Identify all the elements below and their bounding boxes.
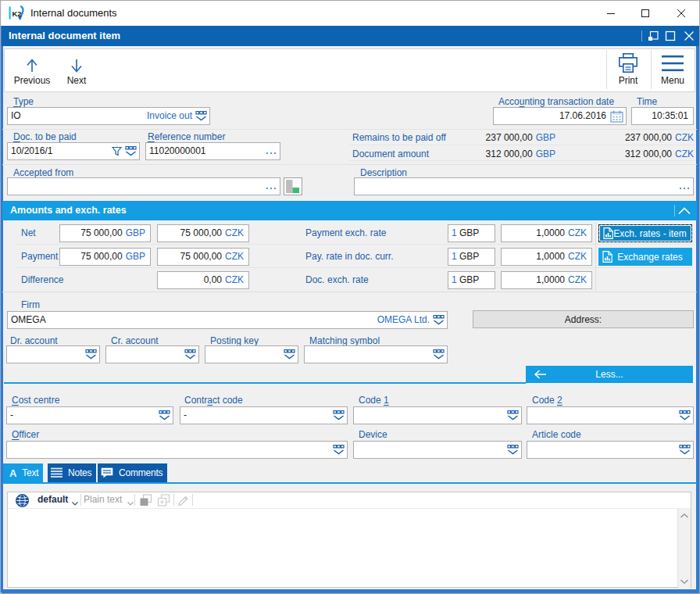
time-field[interactable]: 10:35:01 bbox=[631, 107, 694, 125]
officer-field[interactable] bbox=[6, 441, 348, 459]
matching-symbol-field[interactable] bbox=[304, 345, 448, 363]
reference-number-field[interactable]: 11020000001 bbox=[145, 142, 280, 160]
article-code-field[interactable] bbox=[527, 441, 694, 459]
doc-to-be-paid-field[interactable]: 10/2016/1 bbox=[7, 142, 140, 160]
dropdown-icon[interactable] bbox=[159, 410, 170, 420]
dropdown-icon[interactable] bbox=[85, 349, 97, 360]
text-editor-content[interactable] bbox=[9, 509, 677, 587]
maximize-icon[interactable] bbox=[627, 1, 663, 25]
payment-exch-rate-field[interactable]: 1,0000CZK bbox=[501, 224, 592, 242]
dropdown-icon[interactable] bbox=[507, 445, 519, 455]
row-separator-2 bbox=[2, 164, 697, 165]
text-editor-panel: default Plain text bbox=[7, 492, 691, 588]
cost-centre-field[interactable]: - bbox=[6, 406, 173, 424]
previous-button[interactable]: Previous bbox=[12, 48, 52, 91]
dr-account-field[interactable] bbox=[6, 345, 100, 363]
chevron-down-icon bbox=[127, 502, 134, 506]
copy-icon[interactable] bbox=[139, 494, 152, 506]
net-label: Net bbox=[21, 227, 36, 238]
less-button[interactable]: Less... bbox=[526, 366, 693, 383]
contract-code-label: Contract code bbox=[184, 395, 243, 406]
dropdown-icon[interactable] bbox=[125, 146, 137, 156]
field-value: 1,0000CZK bbox=[536, 225, 591, 242]
field-value: 75 000,00GBP bbox=[80, 249, 150, 265]
paste-special-icon[interactable] bbox=[157, 494, 170, 506]
code2-field[interactable] bbox=[527, 406, 694, 424]
matching-symbol-label: Matching symbol bbox=[309, 335, 380, 346]
dot bbox=[688, 188, 689, 189]
type-field[interactable]: IO Invoice out bbox=[7, 107, 210, 125]
dock-window-icon[interactable] bbox=[645, 28, 661, 44]
doc-exch-rate-unit-field[interactable]: 1 GBP bbox=[448, 271, 495, 289]
dropdown-icon[interactable] bbox=[333, 410, 345, 420]
dot bbox=[270, 152, 272, 154]
document-amount-doc-value: 312 000,00GBP bbox=[438, 148, 555, 159]
amounts-section-header[interactable]: Amounts and exch. rates bbox=[2, 201, 697, 220]
cr-account-field[interactable] bbox=[105, 345, 199, 363]
exchange-rates-button[interactable]: Exchange rates bbox=[598, 248, 692, 266]
scroll-up-icon[interactable] bbox=[678, 509, 691, 522]
attachment-preview-button[interactable] bbox=[284, 177, 302, 195]
editor-scrollbar[interactable] bbox=[677, 509, 691, 588]
contract-code-field[interactable]: - bbox=[180, 406, 348, 424]
dropdown-icon[interactable] bbox=[184, 349, 196, 360]
address-button[interactable]: Address: bbox=[473, 310, 694, 328]
payment-local-field[interactable]: 75 000,00CZK bbox=[157, 248, 249, 266]
tab-notes[interactable]: Notes bbox=[48, 463, 96, 482]
next-button[interactable]: Next bbox=[61, 48, 92, 91]
dropdown-icon[interactable] bbox=[507, 410, 519, 420]
accounting-date-field[interactable]: 17.06.2016 bbox=[493, 107, 627, 125]
exch-rates-item-button[interactable]: Exch. rates - item bbox=[598, 224, 692, 242]
field-value: 0,00CZK bbox=[204, 272, 248, 288]
amounts-row-separator-2 bbox=[15, 267, 693, 268]
language-selector[interactable]: default bbox=[38, 494, 68, 505]
menu-button[interactable]: Menu bbox=[655, 48, 690, 91]
pay-rate-doc-curr-label: Pay. rate in doc. curr. bbox=[305, 251, 394, 262]
filter-icon[interactable] bbox=[112, 146, 122, 156]
dropdown-icon[interactable] bbox=[679, 445, 691, 455]
calendar-icon[interactable] bbox=[610, 110, 623, 123]
dropdown-icon[interactable] bbox=[679, 410, 691, 420]
globe-icon[interactable] bbox=[16, 494, 29, 507]
child-maximize-icon[interactable] bbox=[662, 28, 678, 44]
posting-key-field[interactable] bbox=[205, 345, 298, 363]
minimize-icon[interactable] bbox=[593, 1, 629, 25]
type-link[interactable]: Invoice out bbox=[147, 108, 192, 124]
ellipsis-icon[interactable] bbox=[266, 143, 276, 159]
payment-exch-rate-unit-field[interactable]: 1 GBP bbox=[448, 224, 495, 242]
collapse-section-icon[interactable] bbox=[678, 207, 691, 215]
editor-toolbar-separator-3 bbox=[173, 494, 174, 506]
print-label: Print bbox=[611, 75, 645, 86]
format-selector[interactable]: Plain text bbox=[84, 494, 122, 505]
doc-exch-rate-field[interactable]: 1,0000CZK bbox=[501, 271, 592, 289]
officer-label: Officer bbox=[12, 429, 39, 440]
ellipsis-icon[interactable] bbox=[680, 178, 689, 195]
device-field[interactable] bbox=[353, 441, 522, 459]
dropdown-icon[interactable] bbox=[433, 349, 445, 360]
edit-pencil-icon[interactable] bbox=[177, 495, 189, 506]
tab-text[interactable]: A Text bbox=[3, 463, 43, 482]
firm-link[interactable]: OMEGA Ltd. bbox=[377, 312, 430, 328]
code1-field[interactable] bbox=[353, 406, 522, 424]
dropdown-icon[interactable] bbox=[195, 111, 207, 121]
dropdown-icon[interactable] bbox=[433, 315, 445, 325]
address-button-label: Address: bbox=[565, 314, 602, 325]
difference-local-field[interactable]: 0,00CZK bbox=[157, 271, 249, 289]
dropdown-icon[interactable] bbox=[284, 349, 295, 360]
field-value: 1 GBP bbox=[448, 249, 479, 265]
close-icon[interactable] bbox=[663, 1, 699, 25]
net-doc-field[interactable]: 75 000,00GBP bbox=[59, 224, 151, 242]
print-button[interactable]: Print bbox=[611, 48, 645, 91]
tab-comments[interactable]: Comments bbox=[98, 463, 167, 482]
description-field[interactable] bbox=[354, 177, 694, 195]
net-local-field[interactable]: 75 000,00CZK bbox=[157, 224, 249, 242]
pay-rate-unit-field[interactable]: 1 GBP bbox=[448, 248, 495, 266]
accepted-from-field[interactable] bbox=[7, 177, 280, 195]
scroll-down-icon[interactable] bbox=[678, 574, 691, 588]
ellipsis-icon[interactable] bbox=[266, 178, 276, 195]
payment-doc-field[interactable]: 75 000,00GBP bbox=[59, 248, 151, 266]
pay-rate-field[interactable]: 1,0000CZK bbox=[501, 248, 592, 266]
dropdown-icon[interactable] bbox=[333, 445, 345, 455]
firm-field[interactable]: OMEGA OMEGA Ltd. bbox=[7, 311, 448, 329]
child-close-icon[interactable] bbox=[681, 28, 697, 44]
